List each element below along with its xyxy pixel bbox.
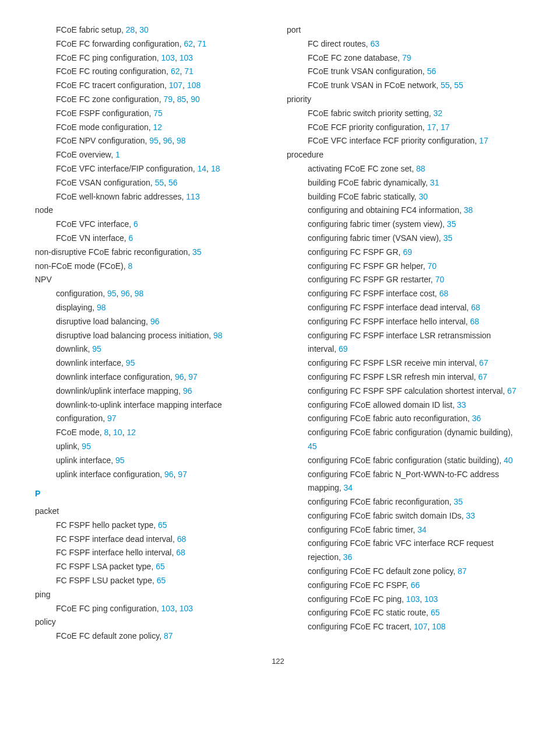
page-link[interactable]: 87 xyxy=(164,631,173,640)
page-link[interactable]: 97 xyxy=(178,470,187,479)
page-link[interactable]: 98 xyxy=(97,303,106,312)
page-link[interactable]: 90 xyxy=(191,94,200,104)
page-link[interactable]: 113 xyxy=(186,192,199,201)
page-link[interactable]: 34 xyxy=(343,483,353,492)
page-link[interactable]: 12 xyxy=(153,123,163,132)
page-link[interactable]: 66 xyxy=(411,580,420,590)
page-link[interactable]: 95 xyxy=(82,442,91,451)
page-link[interactable]: 95 xyxy=(92,344,101,354)
page-link[interactable]: 65 xyxy=(158,520,167,530)
page-link[interactable]: 34 xyxy=(417,525,427,534)
page-link[interactable]: 1 xyxy=(115,150,120,159)
section-head: P xyxy=(35,487,269,501)
page-link[interactable]: 103 xyxy=(161,604,175,613)
page-link[interactable]: 103 xyxy=(424,594,438,604)
page-link[interactable]: 56 xyxy=(427,66,437,76)
page-link[interactable]: 71 xyxy=(184,66,193,76)
index-entry: packet xyxy=(35,505,269,519)
page-link[interactable]: 103 xyxy=(406,594,420,604)
page-link[interactable]: 71 xyxy=(198,39,207,48)
page-link[interactable]: 40 xyxy=(504,456,513,465)
page-link[interactable]: 96 xyxy=(163,136,173,145)
page-link[interactable]: 14 xyxy=(198,164,207,173)
page-link[interactable]: 70 xyxy=(435,275,445,284)
page-link[interactable]: 55 xyxy=(454,80,463,90)
page-link[interactable]: 87 xyxy=(458,566,467,576)
page-link[interactable]: 12 xyxy=(126,428,136,437)
page-link[interactable]: 30 xyxy=(418,192,428,201)
page-link[interactable]: 55 xyxy=(155,178,164,187)
page-link[interactable]: 35 xyxy=(192,247,202,257)
page-link[interactable]: 95 xyxy=(149,136,159,145)
page-link[interactable]: 35 xyxy=(447,219,456,229)
page-link[interactable]: 97 xyxy=(188,372,198,382)
page-link[interactable]: 103 xyxy=(180,604,193,613)
page-link[interactable]: 103 xyxy=(180,53,193,62)
page-link[interactable]: 96 xyxy=(175,372,184,382)
page-link[interactable]: 95 xyxy=(126,358,135,368)
page-link[interactable]: 17 xyxy=(441,123,450,132)
page-link[interactable]: 98 xyxy=(213,331,223,340)
page-link[interactable]: 56 xyxy=(168,178,178,187)
page-link[interactable]: 96 xyxy=(121,289,130,298)
page-link[interactable]: 55 xyxy=(441,80,450,90)
page-link[interactable]: 62 xyxy=(171,66,180,76)
page-link[interactable]: 70 xyxy=(427,261,437,271)
page-link[interactable]: 6 xyxy=(129,233,133,243)
page-link[interactable]: 33 xyxy=(466,511,476,520)
page-link[interactable]: 32 xyxy=(434,108,443,118)
page-link[interactable]: 63 xyxy=(370,39,379,48)
page-link[interactable]: 79 xyxy=(402,53,411,62)
page-link[interactable]: 108 xyxy=(187,80,200,90)
page-link[interactable]: 95 xyxy=(107,289,117,298)
page-link[interactable]: 68 xyxy=(470,317,480,326)
page-link[interactable]: 96 xyxy=(183,386,192,396)
page-link[interactable]: 68 xyxy=(177,534,186,544)
page-link[interactable]: 75 xyxy=(153,108,163,118)
page-link[interactable]: 36 xyxy=(343,552,353,562)
page-link[interactable]: 17 xyxy=(427,123,437,132)
page-link[interactable]: 96 xyxy=(164,470,174,479)
page-link[interactable]: 31 xyxy=(430,178,439,187)
page-link[interactable]: 107 xyxy=(169,80,182,90)
page-link[interactable]: 6 xyxy=(133,219,138,229)
page-link[interactable]: 97 xyxy=(107,414,117,423)
page-link[interactable]: 36 xyxy=(472,414,481,423)
page-link[interactable]: 98 xyxy=(177,136,186,145)
page-link[interactable]: 35 xyxy=(444,233,453,243)
page-link[interactable]: 8 xyxy=(104,428,108,437)
entry-text: configuring FCoE FC FSPF, xyxy=(308,580,411,590)
page-link[interactable]: 68 xyxy=(439,289,449,298)
page-link[interactable]: 69 xyxy=(403,247,412,257)
page-link[interactable]: 107 xyxy=(414,622,427,631)
page-link[interactable]: 35 xyxy=(454,497,463,506)
page-link[interactable]: 85 xyxy=(177,94,186,104)
page-link[interactable]: 67 xyxy=(478,372,488,382)
page-link[interactable]: 33 xyxy=(457,400,466,410)
page-link[interactable]: 38 xyxy=(464,205,473,215)
index-entry: disruptive load balancing, 96 xyxy=(35,315,269,329)
page-link[interactable]: 10 xyxy=(113,428,122,437)
page-link[interactable]: 88 xyxy=(416,164,425,173)
page-link[interactable]: 8 xyxy=(128,261,133,271)
page-link[interactable]: 103 xyxy=(161,53,175,62)
page-link[interactable]: 69 xyxy=(339,344,348,354)
page-link[interactable]: 28 xyxy=(126,25,135,34)
page-link[interactable]: 79 xyxy=(163,94,173,104)
page-link[interactable]: 68 xyxy=(471,303,480,312)
page-link[interactable]: 67 xyxy=(479,358,488,368)
page-link[interactable]: 65 xyxy=(156,562,165,571)
page-link[interactable]: 45 xyxy=(308,442,317,451)
page-link[interactable]: 65 xyxy=(157,576,166,585)
page-link[interactable]: 30 xyxy=(139,25,149,34)
page-link[interactable]: 18 xyxy=(211,164,220,173)
page-link[interactable]: 67 xyxy=(507,386,516,396)
page-link[interactable]: 98 xyxy=(135,289,144,298)
page-link[interactable]: 65 xyxy=(431,608,440,617)
page-link[interactable]: 17 xyxy=(479,136,488,145)
page-link[interactable]: 95 xyxy=(115,456,125,465)
page-link[interactable]: 62 xyxy=(184,39,193,48)
page-link[interactable]: 96 xyxy=(150,317,160,326)
page-link[interactable]: 68 xyxy=(176,548,185,557)
page-link[interactable]: 108 xyxy=(432,622,445,631)
